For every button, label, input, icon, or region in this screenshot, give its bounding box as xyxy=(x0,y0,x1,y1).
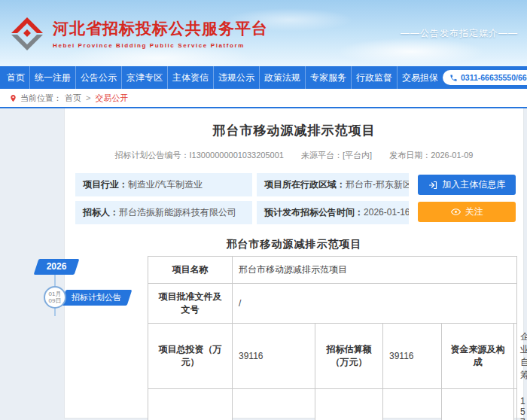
nav-item-supervision[interactable]: 行政监督 xyxy=(352,66,398,89)
nav-item-home[interactable]: 首页 xyxy=(0,66,30,89)
table-label-cell: 项目批准文件及文号 xyxy=(148,284,233,324)
summary-row: 招标人：邢台浩振新能源科技有限公司 预计发布招标公告时间：2026-01-16 xyxy=(75,201,409,224)
project-industry-value: 制造业/汽车制造业 xyxy=(128,179,203,190)
nav-item-subject-credit[interactable]: 主体资信 xyxy=(168,66,214,89)
tenderee-label: 招标人： xyxy=(83,207,119,218)
timeline: 2026 01月 09日 招标计划公告 xyxy=(36,256,134,346)
detail-section: 2026 01月 09日 招标计划公告 项目名称 邢台市移动源减排示范项目 项目… xyxy=(65,256,523,420)
summary-rows: 项目行业：制造业/汽车制造业 项目所在行政区域：邢台市-邢东新区 招标人：邢台浩… xyxy=(75,173,409,224)
join-arrow-icon xyxy=(428,181,437,190)
phone-number: 0311-66635550/66635551 xyxy=(461,73,527,82)
join-button-label: 加入主体信息库 xyxy=(442,178,505,191)
table-label-cell: 资金来源及构成 xyxy=(442,324,514,389)
nav-item-trade-guarantee[interactable]: 交易担保 xyxy=(398,66,443,89)
nav-item-jingjin-zone[interactable]: 京津专区 xyxy=(122,66,168,89)
timeline-stage-label: 招标计划公告 xyxy=(72,290,121,306)
plan-no-label: 招标计划公告编号： xyxy=(115,151,190,160)
timeline-day: 09日 xyxy=(49,297,62,304)
source-platform-label: 来源平台： xyxy=(301,151,343,160)
summary-section: 项目行业：制造业/汽车制造业 项目所在行政区域：邢台市-邢东新区 招标人：邢台浩… xyxy=(75,173,516,224)
timeline-year: 2026 xyxy=(36,259,77,275)
table-label-cell: 招标人名称 xyxy=(148,389,233,420)
phone-icon xyxy=(449,74,458,82)
timeline-month: 01月 xyxy=(49,291,62,297)
timeline-year-flag: 2026 xyxy=(34,259,80,275)
table-row: 项目总投资（万元） 39116 招标估算额（万元） 39116 资金来源及构成 … xyxy=(148,324,517,389)
table-label-cell: 项目总投资（万元） xyxy=(148,324,233,389)
detail-table: 项目名称 邢台市移动源减排示范项目 项目批准文件及文号 / 项目总投资（万元） … xyxy=(148,256,517,420)
eye-icon xyxy=(451,207,461,217)
timeline-date-node: 01月 09日 xyxy=(44,286,66,309)
expected-date-cell: 预计发布招标公告时间：2026-01-16 xyxy=(257,201,409,224)
site-subtitle: Hebei Province Bidding Public Service Pl… xyxy=(53,42,268,49)
table-value-cell: 15732029278 xyxy=(514,389,517,420)
publish-date-label: 发布日期： xyxy=(389,151,431,160)
project-region-value: 邢台市-邢东新区 xyxy=(346,179,409,190)
breadcrumb: 当前位置： 首页 > 交易公开 xyxy=(0,89,527,108)
media-designation-label: ——公告发布指定媒介—— xyxy=(401,27,518,40)
nav-item-policies[interactable]: 政策法规 xyxy=(260,66,306,89)
announcement-card: 邢台市移动源减排示范项目 招标计划公告编号：I13000000001033205… xyxy=(64,108,524,418)
table-value-cell: 39116 xyxy=(383,324,442,389)
summary-row: 项目行业：制造业/汽车制造业 项目所在行政区域：邢台市-邢东新区 xyxy=(75,173,409,196)
breadcrumb-current-link[interactable]: 交易公开 xyxy=(95,93,128,104)
source-platform-value: [平台内] xyxy=(343,151,372,160)
breadcrumb-prefix: 当前位置： xyxy=(20,93,62,104)
nav-phone: 0311-66635550/66635551 xyxy=(443,70,527,85)
table-row: 招标人名称 邢台浩振新能源科技有限公司 联系人 杨明伟 电话 157320292… xyxy=(148,389,517,420)
table-row: 项目批准文件及文号 / xyxy=(148,284,517,324)
action-buttons: 加入主体信息库 关注 xyxy=(418,173,516,224)
breadcrumb-separator: > xyxy=(86,93,90,102)
expected-date-label: 预计发布招标公告时间： xyxy=(264,207,364,218)
table-value-cell: 邢台市移动源减排示范项目 xyxy=(233,257,517,284)
announcement-meta: 招标计划公告编号：I13000000001033205001 来源平台：[平台内… xyxy=(65,150,523,161)
publish-date-value: 2026-01-09 xyxy=(431,151,473,160)
table-value-cell: 企业自筹 xyxy=(514,324,517,389)
table-row: 项目名称 邢台市移动源减排示范项目 xyxy=(148,257,517,284)
site-titles: 河北省招标投标公共服务平台 Hebei Province Bidding Pub… xyxy=(53,18,268,49)
plan-no-value: I13000000001033205001 xyxy=(190,151,284,160)
table-label-cell: 电话 xyxy=(442,389,514,420)
nav-item-announcements[interactable]: 公告公示 xyxy=(76,66,122,89)
table-value-cell: 杨明伟 xyxy=(383,389,442,420)
location-pin-icon xyxy=(9,93,17,103)
main-nav: 首页 统一注册 公告公示 京津专区 主体资信 违规公示 政策法规 专家服务 行政… xyxy=(0,66,527,89)
detail-section-title: 邢台市移动源减排示范项目 xyxy=(65,238,523,251)
project-industry-cell: 项目行业：制造业/汽车制造业 xyxy=(75,173,252,196)
follow-button-label: 关注 xyxy=(465,205,483,218)
timeline-stage-tag: 招标计划公告 xyxy=(61,290,133,306)
join-subject-db-button[interactable]: 加入主体信息库 xyxy=(418,175,516,195)
table-value-cell: 39116 xyxy=(233,324,315,389)
nav-item-violations[interactable]: 违规公示 xyxy=(214,66,260,89)
site-title: 河北省招标投标公共服务平台 xyxy=(53,18,268,39)
project-industry-label: 项目行业： xyxy=(83,179,128,190)
page: 河北省招标投标公共服务平台 Hebei Province Bidding Pub… xyxy=(0,0,527,420)
content-area: 邢台市移动源减排示范项目 招标计划公告编号：I13000000001033205… xyxy=(0,108,527,418)
table-value-cell: / xyxy=(233,284,517,324)
table-label-cell: 招标估算额（万元） xyxy=(315,324,383,389)
site-header: 河北省招标投标公共服务平台 Hebei Province Bidding Pub… xyxy=(0,0,527,66)
tenderee-value: 邢台浩振新能源科技有限公司 xyxy=(119,207,236,218)
follow-button[interactable]: 关注 xyxy=(418,202,516,222)
nav-item-expert-services[interactable]: 专家服务 xyxy=(306,66,352,89)
table-value-cell: 邢台浩振新能源科技有限公司 xyxy=(233,389,315,420)
project-region-cell: 项目所在行政区域：邢台市-邢东新区 xyxy=(257,173,409,196)
site-logo-icon xyxy=(9,15,45,51)
project-region-label: 项目所在行政区域： xyxy=(264,179,346,190)
nav-item-register[interactable]: 统一注册 xyxy=(30,66,76,89)
expected-date-value: 2026-01-16 xyxy=(364,207,409,218)
breadcrumb-home-link[interactable]: 首页 xyxy=(65,93,81,104)
table-label-cell: 联系人 xyxy=(315,389,383,420)
announcement-title: 邢台市移动源减排示范项目 xyxy=(65,122,523,139)
tenderee-cell: 招标人：邢台浩振新能源科技有限公司 xyxy=(75,201,252,224)
table-label-cell: 项目名称 xyxy=(148,257,233,284)
